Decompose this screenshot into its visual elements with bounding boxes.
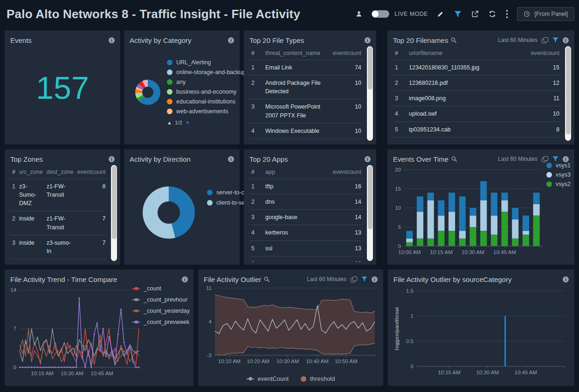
info-icon[interactable]: [228, 156, 234, 162]
pager-up-icon[interactable]: [167, 120, 172, 125]
legend-item[interactable]: vsys1: [546, 162, 571, 169]
copy-panel-icon[interactable]: [351, 276, 357, 282]
legend-swatch: [207, 190, 213, 195]
table-row: 5tp02851234.cab8: [393, 122, 561, 137]
time-range-button[interactable]: [From Panel]: [517, 7, 574, 21]
outlier-chart[interactable]: -341110:10 AM10:20 AM10:30 AM10:40 AM10:…: [202, 284, 379, 368]
info-icon[interactable]: [563, 276, 569, 282]
panel-filter-icon[interactable]: [361, 276, 367, 282]
pager-down-icon[interactable]: [185, 120, 190, 125]
info-icon[interactable]: [182, 276, 188, 282]
zones-table: #src_zonedest_zoneeventcount1z3-Sumo-DMZ…: [10, 166, 107, 262]
legend-item[interactable]: web-advertisements: [167, 108, 246, 115]
legend-swatch: [132, 288, 140, 289]
panel-filter-icon[interactable]: [552, 156, 558, 162]
legend-item[interactable]: vsys3: [546, 172, 571, 178]
column-header: dest_zone: [45, 166, 76, 179]
category-legend: URL_Alertingonline-storage-and-backupany…: [167, 59, 246, 115]
info-icon[interactable]: [372, 276, 378, 282]
column-header: eventcount: [515, 47, 561, 60]
refresh-icon[interactable]: [488, 9, 497, 19]
filenames-table: #urlorfilenameeventcount1123420180830_11…: [393, 47, 561, 142]
svg-text:0: 0: [411, 364, 414, 369]
legend-item[interactable]: _count_prevweek: [132, 319, 190, 325]
legend-item[interactable]: any: [167, 79, 246, 85]
direction-donut-chart[interactable]: [143, 186, 195, 239]
info-icon[interactable]: [365, 156, 371, 162]
legend-swatch: [247, 378, 254, 379]
more-menu-icon[interactable]: [505, 9, 510, 19]
legend-item[interactable]: URL_Alerting: [167, 59, 246, 66]
info-icon[interactable]: [365, 37, 371, 43]
filter-icon[interactable]: [453, 9, 462, 19]
legend-item[interactable]: _count: [132, 285, 190, 292]
outlier-legend: eventCountthreshold: [198, 375, 383, 382]
scrollbar[interactable]: [111, 165, 117, 261]
panel-title: File Activity Trend - Time Compare: [10, 275, 117, 283]
panel-title: Top 20 Apps: [249, 155, 288, 163]
info-icon[interactable]: [109, 37, 115, 43]
user-icon[interactable]: [354, 9, 364, 19]
legend-swatch: [207, 200, 213, 206]
svg-text:10:50 AM: 10:50 AM: [335, 358, 358, 364]
panel-filter-icon[interactable]: [552, 37, 558, 43]
info-icon[interactable]: [109, 156, 115, 162]
live-mode-toggle[interactable]: [372, 10, 389, 18]
copy-panel-icon[interactable]: [542, 37, 548, 43]
header-controls: LIVE MODE [From Panel]: [354, 0, 574, 28]
legend-item[interactable]: business-and-economy: [167, 89, 246, 95]
legend-swatch: [167, 109, 172, 114]
category-donut-chart[interactable]: [135, 80, 160, 105]
table-row: 1Email Link74: [249, 60, 363, 76]
outlier-by-source-chart[interactable]: 00.511.510:15 AM10:30 AM10:45 AMloggen/p…: [391, 283, 572, 382]
table-row: 4Windows Executable10: [249, 123, 363, 138]
legend-label: _count_prevweek: [144, 319, 189, 325]
legend-item[interactable]: _count_yesterday: [132, 308, 190, 314]
legend-item[interactable]: educational-institutions: [167, 98, 246, 105]
legend-item[interactable]: _count_prevhour: [132, 296, 190, 303]
copy-panel-icon[interactable]: [542, 156, 548, 162]
search-magnifier-icon[interactable]: [264, 276, 270, 282]
svg-text:10: 10: [395, 205, 401, 211]
panel-title: File Activity Outlier by sourceCategory: [393, 275, 511, 283]
events-over-time-chart[interactable]: 0510152010:00 AM10:15 AM10:30 AM10:45 AM: [389, 163, 572, 262]
scrollbar[interactable]: [565, 46, 571, 141]
svg-text:10:30 AM: 10:30 AM: [476, 370, 499, 375]
svg-text:14: 14: [10, 287, 16, 293]
column-header: eventcount: [331, 47, 363, 60]
table-row: 3google-base14: [249, 210, 363, 225]
legend-swatch: [167, 69, 172, 75]
panel-title: Top 20 File Types: [249, 36, 304, 44]
share-icon[interactable]: [470, 9, 480, 19]
legend-item[interactable]: online-storage-and-backup: [167, 69, 246, 76]
column-header: eventcount: [316, 166, 363, 179]
svg-text:10:15 AM: 10:15 AM: [31, 371, 54, 376]
scrollbar[interactable]: [367, 46, 373, 141]
legend-item[interactable]: threshold: [301, 375, 335, 382]
column-header: #: [249, 166, 263, 179]
legend-label: business-and-economy: [176, 89, 236, 95]
panel-title: Activity by Direction: [130, 155, 191, 163]
svg-text:loggen/pan/threat: loggen/pan/threat: [394, 307, 400, 351]
trend-chart[interactable]: 071410:15 AM10:30 AM10:45 AM: [7, 283, 142, 382]
panel-events: Events 157: [5, 30, 120, 144]
edit-pencil-icon[interactable]: [436, 9, 445, 19]
svg-text:5: 5: [398, 224, 401, 230]
legend-item[interactable]: vsys2: [546, 181, 571, 187]
svg-text:7: 7: [14, 326, 16, 331]
panel-top-file-types: Top 20 File Types #threat_content_nameev…: [244, 30, 376, 144]
panel-title: Events: [10, 36, 32, 44]
table-row: 2Android Package File Detected10: [249, 76, 363, 99]
search-magnifier-icon[interactable]: [451, 37, 457, 43]
legend-swatch: [167, 79, 172, 85]
info-icon[interactable]: [228, 37, 234, 43]
time-range-chip: Last 60 Minutes: [498, 156, 538, 162]
scrollbar[interactable]: [367, 165, 373, 261]
legend-label: _count: [144, 285, 161, 292]
info-icon[interactable]: [563, 156, 569, 162]
info-icon[interactable]: [563, 37, 569, 43]
legend-item[interactable]: eventCount: [247, 375, 289, 382]
legend-swatch: [546, 172, 552, 178]
svg-text:4: 4: [209, 319, 212, 324]
search-magnifier-icon[interactable]: [451, 156, 457, 162]
